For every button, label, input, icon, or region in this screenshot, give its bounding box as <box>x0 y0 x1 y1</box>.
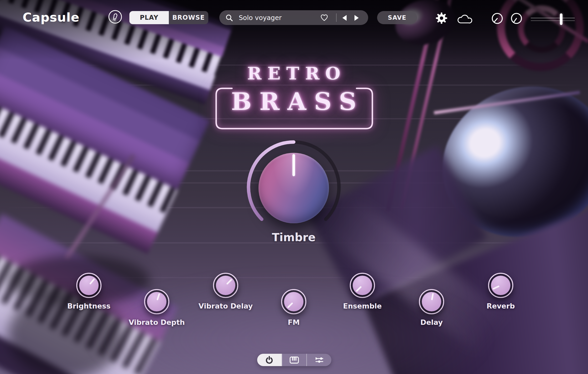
delay-pointer <box>420 290 443 313</box>
vibrato-depth-knob-cap <box>147 292 166 311</box>
fm-pointer <box>280 288 308 316</box>
timbre-label: Timbre <box>254 231 333 244</box>
brightness-knob-cap <box>79 276 99 295</box>
ensemble-label: Ensemble <box>320 302 404 310</box>
save-button[interactable]: SAVE <box>377 11 417 24</box>
delay-knob-cap <box>422 292 441 311</box>
previous-preset-button[interactable] <box>342 15 347 21</box>
search-icon <box>226 14 233 22</box>
delay-knob[interactable] <box>419 289 444 314</box>
macro-knob-a-icon[interactable] <box>491 12 504 25</box>
capsule-logo: Capsule <box>23 10 79 24</box>
fm-label: FM <box>252 318 336 326</box>
bg-keyboard-bottom-right <box>363 205 588 374</box>
power-icon <box>265 356 273 364</box>
tab-play[interactable]: PLAY <box>129 11 169 24</box>
fm-knob-cap <box>284 292 303 311</box>
view-mode-switch <box>257 354 331 366</box>
timbre-knob[interactable] <box>258 153 329 223</box>
delay-label: Delay <box>389 318 474 326</box>
ensemble-pointer <box>349 272 376 299</box>
search-divider <box>336 13 337 22</box>
vibrato-delay-knob-cap <box>216 276 235 295</box>
capsule-plugin-window: Capsule PLAY BROWSE Solo voyager <box>0 0 588 374</box>
ensemble-knob[interactable] <box>350 273 375 298</box>
tab-browse[interactable]: BROWSE <box>169 11 208 24</box>
mixer-icon <box>315 356 324 364</box>
top-bar: Capsule PLAY BROWSE Solo voyager <box>0 0 588 35</box>
favorite-heart-icon[interactable] <box>320 14 328 21</box>
cloud-icon cloud-sync-button[interactable] <box>457 13 473 25</box>
keyboard-icon <box>289 356 299 364</box>
preset-name-field[interactable]: Solo voyager <box>239 10 282 25</box>
bg-horn-bell <box>419 60 588 266</box>
reverb-label: Reverb <box>459 302 543 310</box>
vibrato-delay-knob[interactable] <box>213 273 238 298</box>
timbre-pointer <box>258 153 329 223</box>
master-volume-slider[interactable] <box>531 16 575 23</box>
volume-handle[interactable] <box>560 13 562 25</box>
preset-sign-line1: RETRO <box>215 63 373 84</box>
pencil-icon <box>108 9 123 24</box>
vibrato-depth-pointer <box>144 289 169 314</box>
mode-power-button[interactable] <box>257 354 282 366</box>
play-browse-tabs: PLAY BROWSE <box>129 11 208 24</box>
reverb-knob-cap <box>491 276 510 295</box>
vibrato-depth-label: Vibrato Depth <box>115 318 199 326</box>
brightness-label: Brightness <box>47 302 131 310</box>
volume-track <box>531 18 575 18</box>
macro-knob-b-icon[interactable] <box>510 12 523 25</box>
neon-border-frame <box>214 87 374 132</box>
edit-preset-button[interactable] <box>108 9 123 24</box>
fm-knob[interactable] <box>281 289 306 314</box>
mode-keyboard-button[interactable] <box>282 354 307 366</box>
volume-track <box>531 20 575 21</box>
mode-mixer-button[interactable] <box>306 354 331 366</box>
vibrato-delay-pointer <box>212 272 240 299</box>
vibrato-depth-knob[interactable] <box>144 289 169 314</box>
brightness-knob[interactable] <box>76 273 102 298</box>
reverb-knob[interactable] <box>488 273 513 298</box>
vibrato-delay-label: Vibrato Delay <box>184 302 268 310</box>
preset-search-bar[interactable]: Solo voyager <box>219 10 368 25</box>
reverb-pointer <box>488 272 514 298</box>
gear-icon settings-button[interactable] <box>435 12 448 24</box>
ensemble-knob-cap <box>353 276 372 295</box>
bg-light-streak <box>321 194 510 356</box>
preset-sign: RETRO BRASS <box>215 63 373 116</box>
next-preset-button[interactable] <box>354 15 359 21</box>
